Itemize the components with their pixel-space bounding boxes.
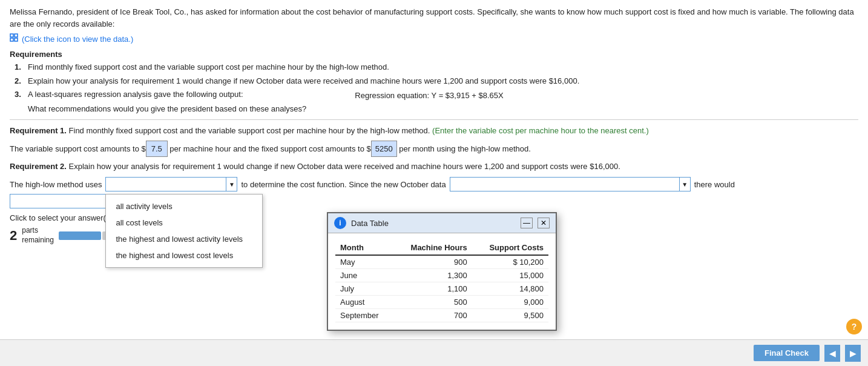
- click-icon-label: (Click the icon to view the data.): [22, 35, 133, 44]
- table-row: August 500 9,000: [335, 296, 548, 309]
- next-button[interactable]: ▶: [845, 345, 861, 362]
- req-item-3: 3. A least-squares regression analysis g…: [15, 88, 858, 115]
- modal-close-btn[interactable]: ✕: [538, 218, 550, 228]
- req-num-1: 1.: [15, 61, 24, 73]
- help-button[interactable]: ?: [846, 319, 862, 334]
- req2-label: Requirement 2.: [10, 162, 67, 171]
- cell-month: August: [335, 296, 393, 309]
- req-text-2: Explain how your analysis for requiremen…: [28, 75, 579, 87]
- req-3-row: A least-squares regression analysis gave…: [28, 88, 504, 115]
- col-machine-hours: Machine Hours: [393, 241, 472, 255]
- variable-value-box: 7.5: [146, 141, 168, 157]
- cell-month: September: [335, 309, 393, 322]
- col-month: Month: [335, 241, 393, 255]
- cell-costs: $ 10,200: [472, 255, 548, 269]
- section-divider: [10, 119, 858, 120]
- modal-info-icon: i: [334, 217, 346, 229]
- svg-rect-2: [10, 38, 13, 41]
- high-low-mid: to determine the cost function. Since th…: [241, 180, 446, 189]
- cell-hours: 700: [393, 309, 472, 322]
- click-icon-link[interactable]: (Click the icon to view the data.): [10, 33, 133, 45]
- modal-body: Month Machine Hours Support Costs May 90…: [328, 233, 556, 330]
- dropdown1-option-2[interactable]: all cost levels: [106, 215, 262, 231]
- regression-value: Y = $3,915 + $8.65X: [432, 91, 504, 100]
- parts-num: 2: [10, 228, 17, 244]
- cell-costs: 9,500: [472, 309, 548, 322]
- dropdown1-input[interactable]: [105, 177, 226, 191]
- dropdown1-container: ▼ all activity levels all cost levels th…: [105, 177, 237, 191]
- svg-rect-3: [15, 38, 18, 41]
- svg-rect-1: [15, 34, 18, 37]
- modal-title: Data Table: [351, 219, 516, 228]
- req1-label: Requirement 1.: [10, 126, 67, 135]
- cell-costs: 9,000: [472, 296, 548, 309]
- table-row: July 1,100 14,800: [335, 282, 548, 296]
- regression-label: Regression equation:: [355, 91, 429, 100]
- dropdown2-arrow[interactable]: ▼: [680, 177, 691, 191]
- data-table: Month Machine Hours Support Costs May 90…: [335, 241, 548, 322]
- cell-costs: 14,800: [472, 282, 548, 296]
- parts-label: parts remaining: [22, 226, 54, 245]
- req-item-2: 2. Explain how your analysis for require…: [15, 75, 858, 87]
- req-3-content: A least-squares regression analysis gave…: [28, 88, 504, 115]
- table-row: May 900 $ 10,200: [335, 255, 548, 269]
- req-3-left: A least-squares regression analysis gave…: [28, 88, 306, 115]
- requirements-section: Requirements 1. Find monthly fixed suppo…: [10, 50, 858, 115]
- req-3-sub: What recommendations would you give the …: [28, 103, 306, 115]
- cell-month: July: [335, 282, 393, 296]
- req2-text: Explain how your analysis for requiremen…: [69, 162, 620, 171]
- modal-header: i Data Table — ✕: [328, 213, 556, 233]
- req1-main-text: Find monthly fixed support cost and the …: [69, 126, 430, 135]
- bottom-bar: Final Check ◀ ▶: [0, 339, 868, 366]
- dropdown1-option-1[interactable]: all activity levels: [106, 198, 262, 215]
- variable-post: per month using the high-low method.: [397, 144, 531, 153]
- progress-fill: [59, 231, 101, 240]
- cell-hours: 500: [393, 296, 472, 309]
- svg-rect-0: [10, 34, 13, 37]
- req-list: 1. Find monthly fixed support cost and t…: [10, 61, 858, 115]
- high-low-post: there would: [694, 180, 735, 189]
- dropdown2-input[interactable]: [450, 177, 680, 191]
- req-num-2: 2.: [15, 75, 24, 87]
- grid-icon: [10, 33, 19, 45]
- main-content: Melissa Fernando, president of Ice Break…: [0, 0, 868, 245]
- dropdown1-menu: all activity levels all cost levels the …: [105, 194, 263, 268]
- variable-mid: per machine hour and the fixed support c…: [168, 144, 371, 153]
- high-low-method-row: The high-low method uses ▼ all activity …: [10, 177, 858, 191]
- cell-hours: 1,300: [393, 269, 472, 282]
- dropdown2-container: ▼: [450, 177, 691, 191]
- high-low-pre: The high-low method uses: [10, 180, 102, 189]
- req2-header: Requirement 2. Explain how your analysis…: [10, 161, 858, 173]
- req1-instruction: (Enter the variable cost per machine hou…: [432, 126, 649, 135]
- regression-equation: Regression equation: Y = $3,915 + $8.65X: [355, 90, 503, 102]
- data-table-body: May 900 $ 10,200 June 1,300 15,000 July …: [335, 255, 548, 322]
- req-num-3: 3.: [15, 88, 24, 115]
- req-text-1: Find monthly fixed support cost and the …: [28, 61, 389, 73]
- data-table-modal: i Data Table — ✕ Month Machine Hours Sup…: [327, 212, 557, 331]
- bottom-right: Final Check ◀ ▶: [754, 345, 861, 362]
- prev-button[interactable]: ◀: [824, 345, 840, 362]
- intro-text: Melissa Fernando, president of Ice Break…: [10, 6, 858, 30]
- modal-minimize-btn[interactable]: —: [521, 218, 533, 228]
- req1-header: Requirement 1. Find monthly fixed suppor…: [10, 125, 858, 137]
- variable-pre: The variable support cost amounts to $: [10, 144, 146, 153]
- cell-hours: 900: [393, 255, 472, 269]
- req-3-text: A least-squares regression analysis gave…: [28, 88, 306, 101]
- req-item-1: 1. Find monthly fixed support cost and t…: [15, 61, 858, 73]
- table-row: September 700 9,500: [335, 309, 548, 322]
- cell-month: June: [335, 269, 393, 282]
- cell-month: May: [335, 255, 393, 269]
- final-check-button[interactable]: Final Check: [754, 345, 820, 361]
- dropdown1-option-3[interactable]: the highest and lowest activity levels: [106, 231, 262, 247]
- table-header-row: Month Machine Hours Support Costs: [335, 241, 548, 255]
- cell-costs: 15,000: [472, 269, 548, 282]
- dropdown1-arrow[interactable]: ▼: [226, 177, 237, 191]
- table-row: June 1,300 15,000: [335, 269, 548, 282]
- col-support-costs: Support Costs: [472, 241, 548, 255]
- fixed-value-box: 5250: [371, 141, 397, 157]
- dropdown1-option-4[interactable]: the highest and lowest cost levels: [106, 247, 262, 264]
- requirements-title: Requirements: [10, 50, 858, 59]
- cell-hours: 1,100: [393, 282, 472, 296]
- variable-cost-line: The variable support cost amounts to $7.…: [10, 141, 858, 157]
